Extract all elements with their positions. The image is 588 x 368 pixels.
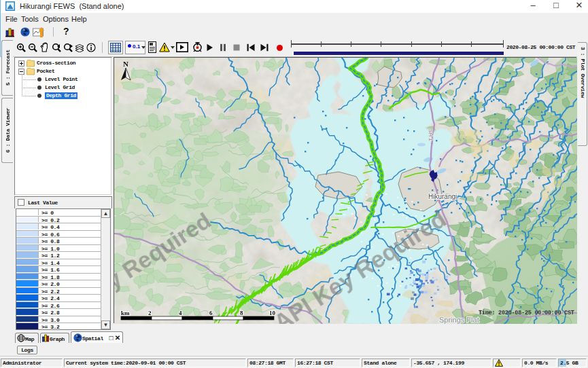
svg-text:Time: 2020-08-25 00:00:00 CST: Time: 2020-08-25 00:00:00 CST (479, 310, 574, 316)
svg-text:km: km (121, 310, 130, 316)
svg-text:4: 4 (179, 310, 182, 316)
svg-text:2: 2 (148, 310, 152, 316)
svg-text:N: N (123, 60, 128, 68)
svg-text:Springs Flat: Springs Flat (439, 316, 479, 324)
svg-text:8: 8 (240, 310, 243, 316)
svg-text:10: 10 (269, 310, 276, 316)
svg-text:SH 1: SH 1 (428, 129, 434, 141)
svg-text:Hikurangi: Hikurangi (428, 193, 457, 200)
svg-text:6: 6 (209, 310, 213, 316)
